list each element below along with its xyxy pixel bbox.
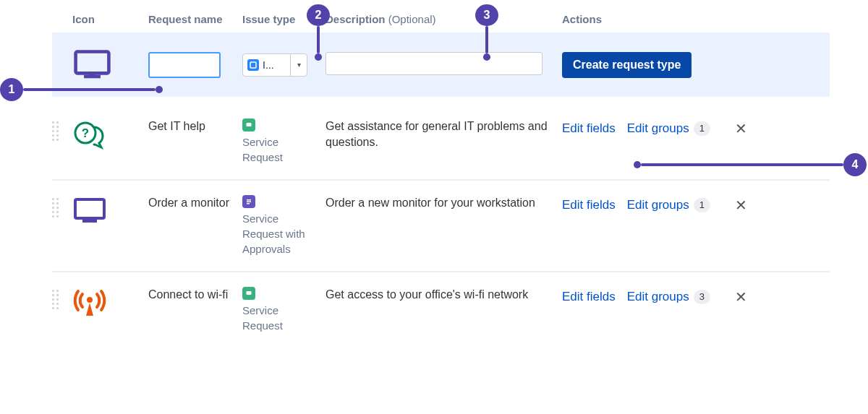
group-count-badge: 3 <box>694 290 710 304</box>
drag-handle-icon[interactable] <box>52 290 72 309</box>
issue-type-mini-icon <box>247 59 259 71</box>
header-actions: Actions <box>562 13 830 25</box>
annotation-bubble-3: 3 <box>475 4 498 26</box>
chevron-down-icon: ▾ <box>291 61 307 69</box>
edit-groups-link[interactable]: Edit groups <box>627 288 689 306</box>
delete-row-button[interactable]: ✕ <box>732 195 750 215</box>
svg-rect-0 <box>76 51 109 73</box>
annotation-bubble-1: 1 <box>0 78 23 101</box>
svg-rect-12 <box>247 203 250 204</box>
create-row-icon-preview[interactable] <box>72 48 112 81</box>
delete-row-button[interactable]: ✕ <box>732 287 750 307</box>
svg-point-13 <box>87 297 93 303</box>
svg-rect-10 <box>247 199 251 201</box>
svg-rect-2 <box>89 72 95 76</box>
drag-handle-icon[interactable] <box>52 121 72 141</box>
table-row: Order a monitor Service Request with App… <box>52 181 830 272</box>
description-cell: Order a new monitor for your workstation <box>326 195 562 256</box>
annotation-4: 4 <box>634 153 868 176</box>
description-cell: Get access to your office's wi-fi networ… <box>326 287 562 333</box>
issue-type-badge-icon <box>242 287 255 300</box>
annotation-bubble-4: 4 <box>843 153 867 176</box>
issue-type-badge-icon <box>242 195 255 208</box>
monitor-icon <box>72 48 112 82</box>
group-count-badge: 1 <box>694 121 710 136</box>
issue-type-text: Service Request with Approvals <box>242 211 318 256</box>
request-name-cell: Order a monitor <box>148 195 242 256</box>
description-input[interactable] <box>326 52 542 75</box>
edit-groups-link[interactable]: Edit groups <box>627 120 689 137</box>
request-types-table: Icon Request name Issue type Description… <box>52 13 830 348</box>
create-request-type-button[interactable]: Create request type <box>562 52 692 78</box>
svg-text:?: ? <box>82 126 89 140</box>
request-name-cell: Connect to wi-fi <box>148 287 242 333</box>
issue-type-text: Service Request <box>242 303 318 333</box>
header-description: Description (Optional) <box>326 13 562 25</box>
delete-row-button[interactable]: ✕ <box>732 118 750 139</box>
monitor-icon <box>72 195 148 256</box>
help-chat-icon: ? <box>72 118 148 165</box>
wifi-antenna-icon <box>72 287 148 333</box>
svg-rect-6 <box>247 123 252 126</box>
svg-rect-11 <box>247 202 251 203</box>
header-request-name: Request name <box>148 13 242 25</box>
header-description-label: Description <box>326 13 386 25</box>
group-count-badge: 1 <box>694 198 710 212</box>
svg-rect-3 <box>250 62 256 68</box>
issue-type-text: Service Request <box>242 134 318 165</box>
edit-fields-link[interactable]: Edit fields <box>562 288 616 306</box>
annotation-3: 3 <box>475 4 498 61</box>
table-row: Connect to wi-fi Service Request Get acc… <box>52 272 830 348</box>
header-description-note: (Optional) <box>388 13 436 25</box>
header-icon: Icon <box>72 13 148 25</box>
issue-type-select[interactable]: I... ▾ <box>242 53 307 77</box>
svg-rect-14 <box>247 291 252 295</box>
annotation-bubble-2: 2 <box>307 4 330 26</box>
annotation-1: 1 <box>0 78 163 101</box>
edit-fields-link[interactable]: Edit fields <box>562 197 616 214</box>
drag-handle-icon[interactable] <box>52 198 72 217</box>
edit-groups-link[interactable]: Edit groups <box>627 197 689 214</box>
request-name-cell: Get IT help <box>148 118 242 165</box>
create-request-row: I... ▾ Create request type <box>52 33 830 97</box>
description-cell: Get assistance for general IT problems a… <box>326 118 562 165</box>
annotation-2: 2 <box>307 4 330 61</box>
issue-type-badge-icon <box>242 118 255 131</box>
edit-fields-link[interactable]: Edit fields <box>562 120 616 137</box>
table-header-row: Icon Request name Issue type Description… <box>52 13 830 33</box>
request-name-input[interactable] <box>148 52 221 78</box>
svg-rect-9 <box>87 217 93 220</box>
svg-rect-7 <box>75 199 104 218</box>
issue-type-selected-label: I... <box>263 59 274 71</box>
